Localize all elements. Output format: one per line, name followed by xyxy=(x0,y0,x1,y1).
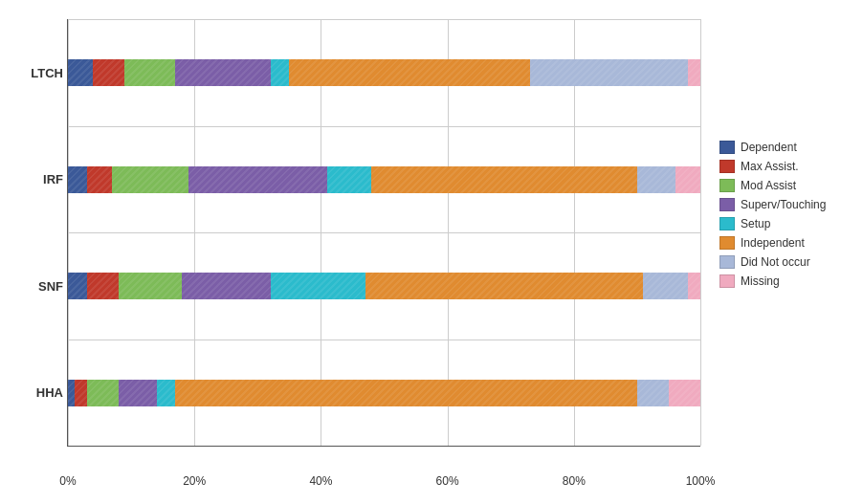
bar-segment-missing xyxy=(675,166,700,193)
x-label-20: 20% xyxy=(183,474,206,488)
legend-label-max-assist-: Max Assist. xyxy=(741,160,799,173)
bar-segment-superv-touching xyxy=(188,166,327,193)
bar-segment-setup xyxy=(327,166,371,193)
x-label-100: 100% xyxy=(686,474,716,488)
legend-item-missing: Missing xyxy=(719,274,853,288)
legend-item-independent: Independent xyxy=(719,236,853,250)
legend-label-independent: Independent xyxy=(741,236,805,250)
bar-segment-did-not-occur xyxy=(637,166,675,193)
bar-segment-independent xyxy=(175,380,637,406)
legend-color-mod-assist xyxy=(719,179,735,192)
legend-color-superv-touching xyxy=(719,198,735,211)
legend: DependentMax Assist.Mod AssistSuperv/Tou… xyxy=(700,19,853,447)
bar-segment-did-not-occur xyxy=(530,59,688,86)
legend-color-missing xyxy=(719,274,735,288)
bar-segment-dependent xyxy=(68,380,75,406)
legend-item-did-not-occur: Did Not occur xyxy=(719,255,853,269)
bar-segment-dependent xyxy=(68,59,93,86)
bar-segment-superv-touching xyxy=(175,59,270,86)
legend-label-dependent: Dependent xyxy=(741,141,797,154)
x-label-0: 0% xyxy=(59,474,76,488)
legend-item-setup: Setup xyxy=(719,217,853,230)
bar-segment-setup xyxy=(271,59,290,86)
bar-segment-max-assist- xyxy=(87,166,112,193)
x-label-80: 80% xyxy=(563,474,586,488)
legend-item-superv-touching: Superv/Touching xyxy=(719,198,853,211)
x-label-40: 40% xyxy=(309,474,332,488)
bar-segment-setup xyxy=(157,380,176,406)
legend-label-superv-touching: Superv/Touching xyxy=(741,198,826,211)
bar-segment-superv-touching xyxy=(182,273,271,299)
bar-segment-setup xyxy=(271,273,365,299)
bar-segment-mod-assist xyxy=(87,380,119,406)
x-label-60: 60% xyxy=(436,474,459,488)
bar-track-snf xyxy=(68,273,700,299)
bar-segment-dependent xyxy=(68,273,87,299)
bar-segment-missing xyxy=(688,59,700,86)
legend-item-mod-assist: Mod Assist xyxy=(719,179,853,192)
legend-color-independent xyxy=(719,236,735,250)
legend-item-max-assist-: Max Assist. xyxy=(719,160,853,173)
row-label-irf: IRF xyxy=(6,172,63,186)
bar-track-irf xyxy=(68,166,700,193)
legend-label-mod-assist: Mod Assist xyxy=(741,179,796,192)
legend-label-setup: Setup xyxy=(741,217,770,230)
bar-segment-dependent xyxy=(68,166,87,193)
bar-segment-missing xyxy=(688,273,700,299)
legend-label-missing: Missing xyxy=(741,274,780,288)
bar-segment-max-assist- xyxy=(93,59,124,86)
grid-line-100 xyxy=(700,19,701,446)
bar-segment-independent xyxy=(371,166,637,193)
bar-segment-independent xyxy=(289,59,529,86)
bar-segment-missing xyxy=(669,380,700,406)
bar-segment-superv-touching xyxy=(119,380,157,406)
bar-segment-mod-assist xyxy=(112,166,188,193)
chart-area: LTCH IRF SNF HHA 0% 20% 40% 60% 80% 100% xyxy=(67,19,700,447)
bar-segment-max-assist- xyxy=(75,380,87,406)
bar-segment-max-assist- xyxy=(87,273,119,299)
legend-color-max-assist- xyxy=(719,160,735,173)
bar-segment-did-not-occur xyxy=(643,273,687,299)
legend-item-dependent: Dependent xyxy=(719,141,853,154)
row-irf: IRF xyxy=(68,126,700,233)
legend-label-did-not-occur: Did Not occur xyxy=(741,255,810,269)
bar-segment-independent xyxy=(365,273,644,299)
bar-track-ltch xyxy=(68,59,700,86)
bar-segment-mod-assist xyxy=(124,59,175,86)
row-label-hha: HHA xyxy=(6,385,63,400)
row-ltch: LTCH xyxy=(68,19,700,126)
legend-color-dependent xyxy=(719,141,735,154)
bar-segment-mod-assist xyxy=(119,273,182,299)
row-snf: SNF xyxy=(68,232,700,340)
bar-track-hha xyxy=(68,380,700,406)
row-hha: HHA xyxy=(68,340,700,447)
chart-container: LTCH IRF SNF HHA 0% 20% 40% 60% 80% 100% xyxy=(0,0,863,504)
row-label-snf: SNF xyxy=(6,279,63,294)
legend-color-setup xyxy=(719,217,735,230)
bar-segment-did-not-occur xyxy=(637,380,669,406)
legend-color-did-not-occur xyxy=(719,255,735,269)
row-label-ltch: LTCH xyxy=(6,66,63,80)
